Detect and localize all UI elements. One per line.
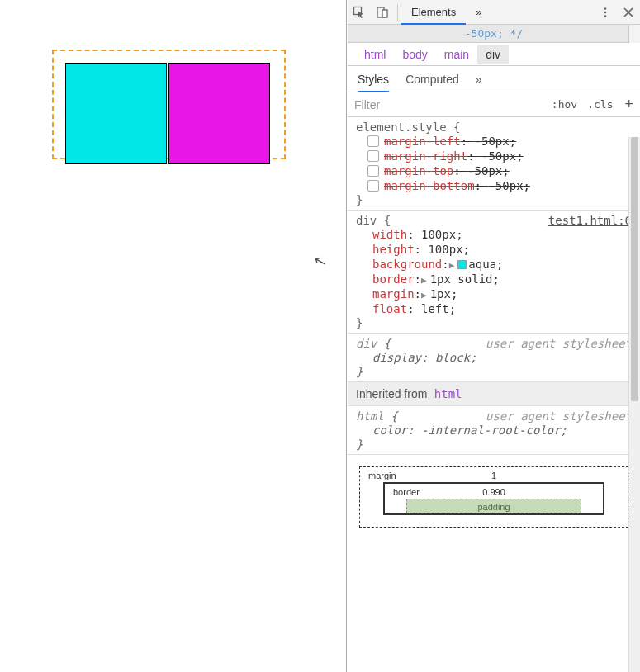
styles-filter-bar: :hov .cls + [348, 92, 640, 117]
source-link[interactable]: test1.html:6 [548, 214, 632, 227]
subtabs-overflow-icon[interactable]: » [476, 66, 482, 92]
styles-rules-list: element.style { margin-left: -50px; marg… [348, 117, 640, 672]
svg-point-3 [604, 7, 607, 10]
toggle-checkbox[interactable] [367, 150, 379, 162]
magenta-box [168, 63, 270, 164]
devtools-panel: Elements » -50px; */ html body main div … [348, 0, 640, 672]
crumb-body[interactable]: body [394, 45, 435, 64]
toggle-checkbox[interactable] [367, 135, 379, 147]
rule-element-style[interactable]: element.style { margin-left: -50px; marg… [348, 117, 640, 211]
color-swatch-icon[interactable] [457, 260, 467, 269]
dom-scroll-arrow-icon[interactable] [628, 25, 640, 43]
svg-point-4 [604, 11, 607, 13]
styles-subtabs: Styles Computed » [348, 66, 640, 92]
hov-toggle[interactable]: :hov [547, 98, 582, 111]
box-model-diagram[interactable]: margin 1 border 0.990 padding [348, 455, 640, 528]
inherited-from-header: Inherited from html [348, 382, 640, 406]
svg-rect-2 [382, 10, 387, 17]
filter-input[interactable] [348, 95, 547, 115]
svg-point-5 [604, 15, 607, 17]
mouse-cursor-icon: ↖ [311, 250, 328, 271]
devtools-toolbar: Elements » [348, 0, 640, 25]
scrollbar-thumb[interactable] [631, 137, 638, 401]
dom-breadcrumb: html body main div [348, 43, 640, 66]
panel-tabs-overflow-icon[interactable]: » [466, 0, 491, 25]
elements-panel-tab[interactable]: Elements [401, 0, 466, 25]
inspect-element-icon[interactable] [348, 1, 371, 24]
styles-scrollbar[interactable] [628, 137, 640, 672]
disclosure-triangle-icon[interactable]: ▶ [421, 275, 427, 286]
crumb-div[interactable]: div [477, 45, 509, 64]
crumb-main[interactable]: main [436, 45, 477, 64]
crumb-html[interactable]: html [356, 45, 394, 64]
kebab-menu-icon[interactable] [594, 1, 617, 24]
dom-tree-fragment[interactable]: -50px; */ [348, 25, 640, 43]
close-devtools-icon[interactable] [617, 1, 640, 24]
disclosure-triangle-icon[interactable]: ▶ [421, 290, 427, 301]
cls-toggle[interactable]: .cls [582, 98, 618, 111]
computed-tab[interactable]: Computed [405, 66, 459, 92]
toggle-checkbox[interactable] [367, 165, 379, 177]
highlighted-container [52, 50, 286, 159]
rule-html-useragent[interactable]: user agent stylesheet html { color: -int… [348, 406, 640, 455]
disclosure-triangle-icon[interactable]: ▶ [449, 260, 455, 271]
rule-div-stylesheet[interactable]: test1.html:6 div { width: 100px; height:… [348, 211, 640, 334]
styles-tab[interactable]: Styles [358, 66, 389, 92]
device-toolbar-icon[interactable] [371, 1, 394, 24]
toggle-checkbox[interactable] [367, 180, 379, 192]
aqua-box [65, 63, 167, 164]
new-style-rule-icon[interactable]: + [618, 96, 640, 113]
rendered-page-viewport: ↖ [0, 0, 347, 672]
rule-div-useragent[interactable]: user agent stylesheet div { display: blo… [348, 334, 640, 382]
